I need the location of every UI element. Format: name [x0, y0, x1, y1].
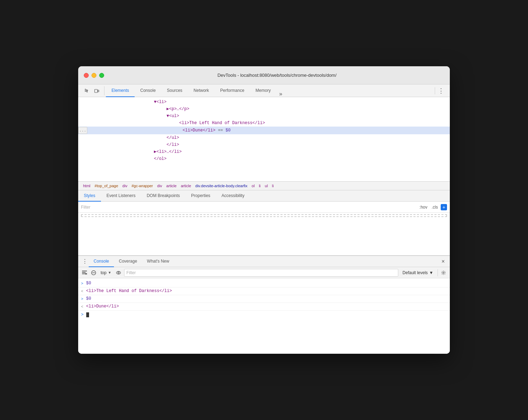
breadcrumb-top-of-page[interactable]: #top_of_page — [93, 183, 120, 189]
toolbar-right: ⋮ — [435, 86, 448, 95]
console-prompt: > — [81, 311, 83, 318]
tab-properties[interactable]: Properties — [185, 190, 216, 202]
svg-point-9 — [443, 272, 444, 273]
console-line[interactable]: > $0 — [78, 280, 450, 287]
console-line[interactable]: > $0 — [78, 295, 450, 303]
drawer-more-icon[interactable]: ⋮ — [81, 258, 89, 265]
dom-line[interactable]: </ul> — [78, 134, 450, 141]
dom-line[interactable]: ▶<p>…</p> — [78, 106, 450, 113]
breadcrumb-div1[interactable]: div — [120, 183, 129, 189]
add-style-button[interactable]: + — [441, 204, 447, 210]
main-tabs: Elements Console Sources Network Perform… — [106, 84, 285, 97]
tab-console[interactable]: Console — [135, 84, 161, 97]
window-title: DevTools - localhost:8080/web/tools/chro… — [110, 73, 444, 78]
console-drawer: ⋮ Console Coverage What's New × — [78, 256, 450, 354]
console-input-line[interactable]: > — [78, 311, 450, 319]
breadcrumb-div2[interactable]: div — [155, 183, 164, 189]
hov-cls-buttons: :hov .cls + — [418, 204, 447, 210]
console-filter-input[interactable] — [124, 269, 398, 277]
devtools-window: DevTools - localhost:8080/web/tools/chro… — [78, 66, 450, 354]
breadcrumb-gc-wrapper[interactable]: #gc-wrapper — [129, 183, 155, 189]
styles-filter-bar: :hov .cls + — [78, 202, 450, 213]
devtools-menu-icon[interactable]: ⋮ — [436, 86, 446, 95]
inspect-icon[interactable] — [82, 86, 92, 95]
top-toolbar: Elements Console Sources Network Perform… — [78, 84, 450, 97]
tab-styles[interactable]: Styles — [78, 190, 101, 202]
context-arrow-icon: ▼ — [108, 271, 111, 275]
console-input-arrow: > — [81, 296, 83, 303]
devtools-panel: Elements Console Sources Network Perform… — [78, 84, 450, 354]
minimize-button[interactable] — [92, 73, 96, 78]
svg-rect-4 — [82, 273, 86, 274]
drawer-close-button[interactable]: × — [439, 258, 447, 265]
drawer-tab-console[interactable]: Console — [89, 256, 114, 267]
svg-point-8 — [118, 272, 119, 273]
tab-sources[interactable]: Sources — [161, 84, 188, 97]
console-input-arrow: > — [81, 280, 83, 287]
more-tabs-button[interactable]: » — [276, 91, 285, 97]
clear-console-icon[interactable] — [81, 269, 88, 276]
dom-line[interactable]: <li>The Left Hand of Darkness</li> — [78, 120, 450, 127]
levels-arrow-icon: ▼ — [429, 270, 433, 275]
console-cursor — [86, 312, 89, 317]
log-levels-button[interactable]: Default levels ▼ — [400, 270, 435, 276]
styles-resize-indicator — [81, 214, 447, 217]
breadcrumb-li2[interactable]: li — [270, 183, 276, 189]
console-line[interactable]: < <li>Dune</li> — [78, 303, 450, 311]
console-output-arrow: < — [81, 288, 83, 295]
tab-dom-breakpoints[interactable]: DOM Breakpoints — [141, 190, 185, 202]
breadcrumb-article1[interactable]: article — [164, 183, 178, 189]
dom-line-selected[interactable]: ... <li>Dune</li> == $0 — [78, 127, 450, 134]
lower-panel: Styles Event Listeners DOM Breakpoints P… — [78, 190, 450, 255]
dom-line[interactable]: ▼<ul> — [78, 113, 450, 120]
breadcrumb-ul[interactable]: ul — [263, 183, 270, 189]
dom-line[interactable]: </li> — [78, 141, 450, 148]
dom-line[interactable]: </ol> — [78, 155, 450, 162]
tab-performance[interactable]: Performance — [215, 84, 250, 97]
svg-rect-2 — [82, 271, 87, 271]
dom-line[interactable]: ▶<li>…</li> — [78, 148, 450, 155]
cls-button[interactable]: .cls — [430, 204, 439, 210]
drawer-header: ⋮ Console Coverage What's New × — [78, 256, 450, 267]
context-selector[interactable]: top ▼ — [99, 270, 113, 275]
tab-accessibility[interactable]: Accessibility — [216, 190, 250, 202]
maximize-button[interactable] — [99, 73, 104, 78]
no-entry-icon[interactable] — [90, 269, 97, 276]
close-button[interactable] — [84, 73, 89, 78]
title-bar: DevTools - localhost:8080/web/tools/chro… — [78, 66, 450, 84]
tab-elements[interactable]: Elements — [106, 84, 135, 97]
breadcrumb-li1[interactable]: li — [257, 183, 263, 189]
breadcrumb-ol[interactable]: ol — [250, 183, 257, 189]
panel-tabs: Styles Event Listeners DOM Breakpoints P… — [78, 190, 450, 202]
breadcrumb: html #top_of_page div #gc-wrapper div ar… — [78, 181, 450, 190]
dom-tree[interactable]: ▼<li> ▶<p>…</p> ▼<ul> <li>The Left Hand … — [78, 97, 450, 181]
traffic-lights — [84, 73, 104, 78]
styles-filter-input[interactable] — [81, 205, 418, 210]
breadcrumb-article2[interactable]: article — [179, 183, 193, 189]
drawer-tab-coverage[interactable]: Coverage — [114, 256, 142, 267]
tab-network[interactable]: Network — [188, 84, 215, 97]
svg-rect-3 — [82, 272, 86, 273]
console-settings-icon[interactable] — [440, 269, 447, 276]
tab-event-listeners[interactable]: Event Listeners — [101, 190, 141, 202]
hov-button[interactable]: :hov — [418, 204, 429, 210]
breadcrumb-div-class[interactable]: div.devsite-article-body.clearfix — [193, 183, 250, 189]
console-output-arrow: < — [81, 303, 83, 310]
svg-rect-0 — [95, 89, 97, 93]
drawer-tab-whats-new[interactable]: What's New — [142, 256, 174, 267]
toolbar-icons — [80, 86, 104, 95]
tab-memory[interactable]: Memory — [250, 84, 276, 97]
console-toolbar: top ▼ Default levels ▼ — [78, 267, 450, 278]
device-toggle-icon[interactable] — [92, 86, 101, 95]
breadcrumb-html[interactable]: html — [81, 183, 93, 189]
eye-icon[interactable] — [115, 269, 122, 276]
console-output[interactable]: > $0 < <li>The Left Hand of Darkness</li… — [78, 278, 450, 354]
dom-line[interactable]: ▼<li> — [78, 99, 450, 106]
elements-panel: ▼<li> ▶<p>…</p> ▼<ul> <li>The Left Hand … — [78, 97, 450, 256]
console-line[interactable]: < <li>The Left Hand of Darkness</li> — [78, 287, 450, 295]
svg-rect-1 — [98, 90, 99, 92]
divider2 — [438, 269, 438, 276]
divider — [435, 87, 435, 94]
svg-point-7 — [116, 271, 121, 274]
